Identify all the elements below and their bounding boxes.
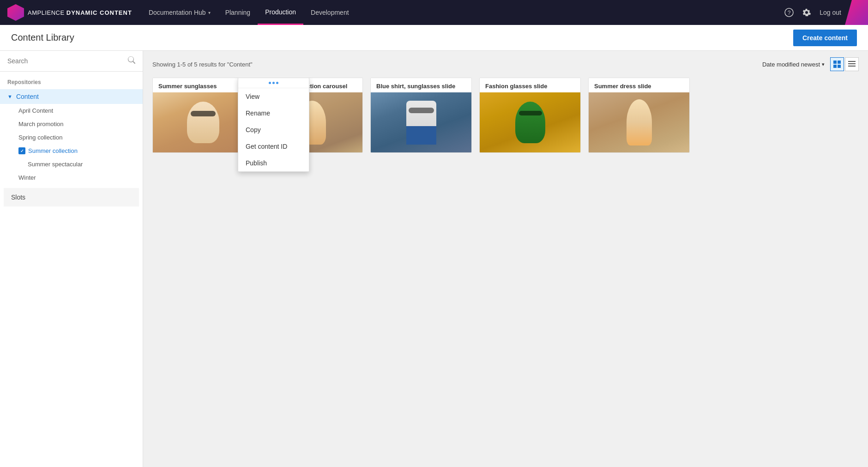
svg-rect-6 [848,61,856,62]
card-blue-shirt[interactable]: Blue shirt, sunglasses slide [370,78,472,153]
sidebar-child-april[interactable]: April Content [0,104,143,117]
nav-right: ? Log out [784,8,845,17]
brand-logo: AMPLIENCE DYNAMIC CONTENT [7,4,132,21]
svg-rect-2 [833,61,837,64]
repositories-section: Repositories ▼ Content April Content Mar… [0,72,143,467]
brand-name: AMPLIENCE DYNAMIC CONTENT [28,9,132,16]
nav-tab-development[interactable]: Development [303,0,356,25]
svg-rect-7 [848,63,856,64]
content-toolbar: Showing 1-5 of 5 results for "Content" D… [143,51,868,78]
sort-dropdown-icon: ▾ [822,61,825,67]
logout-button[interactable]: Log out [820,9,841,16]
nav-tabs: Documentation Hub ▾ Planning Production … [141,0,784,25]
sort-dropdown[interactable]: Date modified newest ▾ [762,61,825,68]
settings-icon[interactable] [802,8,811,17]
card-fashion-glasses[interactable]: Fashion glasses slide [479,78,581,153]
nav-tab-docs[interactable]: Documentation Hub ▾ [141,0,218,25]
svg-rect-5 [838,65,841,68]
context-menu-item-publish[interactable]: Publish [238,155,309,171]
sidebar-item-slots[interactable]: Slots [4,188,139,206]
context-menu-item-copy[interactable]: Copy [238,121,309,138]
list-view-button[interactable] [845,57,859,71]
main-layout: Repositories ▼ Content April Content Mar… [0,51,868,467]
context-menu-item-view[interactable]: View [238,88,309,105]
context-menu-header [238,78,309,88]
chevron-down-icon: ▼ [7,94,12,99]
toolbar-right: Date modified newest ▾ [762,57,859,71]
svg-text:?: ? [788,10,791,16]
search-container [0,51,143,72]
svg-rect-4 [833,65,837,68]
results-info: Showing 1-5 of 5 results for "Content" [152,61,253,68]
card-summer-dress[interactable]: Summer dress slide [588,78,690,153]
card-title-fashion-glasses: Fashion glasses slide [480,78,580,92]
search-input[interactable] [7,57,128,65]
nav-tab-planning[interactable]: Planning [218,0,258,25]
sidebar-item-content[interactable]: ▼ Content [0,89,143,104]
sidebar-child-winter[interactable]: Winter [0,171,143,184]
context-menu: View Rename Copy Get content ID Publish [238,78,309,172]
search-icon[interactable] [128,56,135,66]
checkbox-icon: ✓ [18,147,25,154]
card-title-blue-shirt: Blue shirt, sunglasses slide [371,78,471,92]
dropdown-icon: ▾ [208,10,211,15]
sidebar: Repositories ▼ Content April Content Mar… [0,51,143,467]
cards-grid: Summer sunglasses Summer co [143,78,868,467]
content-area: Showing 1-5 of 5 results for "Content" D… [143,51,868,467]
context-menu-item-get-content-id[interactable]: Get content ID [238,138,309,155]
sidebar-child-march[interactable]: March promotion [0,117,143,131]
page-title: Content Library [11,32,74,43]
svg-rect-3 [838,61,841,64]
repositories-label: Repositories [0,72,143,89]
svg-rect-8 [848,66,856,67]
sidebar-child-summer-spectacular[interactable]: Summer spectacular [0,158,143,171]
top-nav: AMPLIENCE DYNAMIC CONTENT Documentation … [0,0,868,25]
nav-tab-production[interactable]: Production [258,0,303,25]
sidebar-child-summer[interactable]: ✓ Summer collection [0,144,143,158]
view-toggle [830,57,859,71]
context-menu-item-rename[interactable]: Rename [238,105,309,121]
create-content-button[interactable]: Create content [793,30,857,46]
sidebar-content-label: Content [16,93,39,100]
sidebar-child-spring[interactable]: Spring collection [0,131,143,144]
grid-view-button[interactable] [830,57,844,71]
help-icon[interactable]: ? [784,8,794,17]
card-title-summer-dress: Summer dress slide [589,78,689,92]
subheader: Content Library Create content [0,25,868,51]
